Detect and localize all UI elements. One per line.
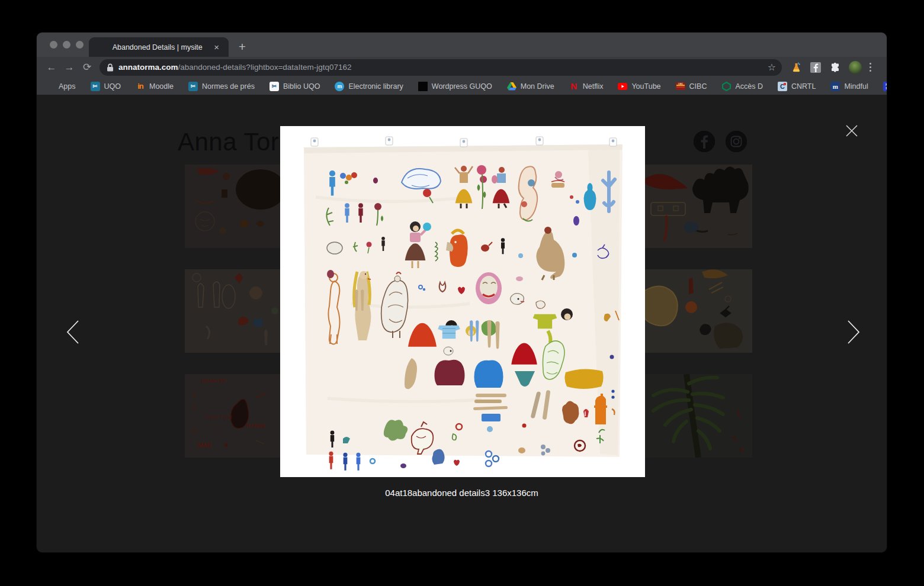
extensions-puzzle-icon[interactable]	[829, 62, 841, 73]
profile-avatar[interactable]	[849, 61, 862, 74]
uqo-icon: ✂	[188, 82, 198, 91]
facebook-icon	[694, 131, 715, 152]
bookmark-node[interactable]: NODE Node	[883, 82, 887, 91]
bookmark-apps[interactable]: Apps	[45, 82, 76, 91]
apps-grid-icon	[45, 82, 54, 91]
address-bar[interactable]: annatorma.com/abandoned-details?lightbox…	[100, 59, 782, 76]
bookmark-uqo[interactable]: ✂ UQO	[91, 82, 121, 91]
gallery-thumbnail[interactable]: DIAMETERRECTUMHANDSMAN	[185, 374, 280, 458]
close-window-button[interactable]	[50, 41, 57, 49]
back-icon[interactable]: ←	[43, 59, 60, 76]
svg-text:d: d	[740, 446, 744, 453]
cibc-icon: CIBC	[676, 82, 685, 91]
bookmark-cibc[interactable]: CIBC CIBC	[676, 82, 707, 91]
instagram-link[interactable]	[726, 131, 747, 152]
wordpress-icon	[418, 82, 428, 91]
gallery-thumbnail[interactable]	[185, 269, 280, 353]
new-tab-button[interactable]: +	[233, 38, 251, 56]
lightbox-close-icon[interactable]	[844, 123, 859, 139]
bookmark-cnrtl[interactable]: C CNRTL	[778, 82, 816, 91]
traffic-lights	[50, 41, 84, 49]
svg-text:HANDS: HANDS	[246, 423, 265, 429]
electronic-library-icon: m	[335, 82, 344, 91]
svg-text:RECTUM: RECTUM	[206, 414, 233, 420]
url-text: annatorma.com/abandoned-details?lightbox…	[118, 63, 352, 72]
browser-toolbar: ← → ⟳ annatorma.com/abandoned-details?li…	[37, 57, 887, 78]
screen: Abandoned Details | mysite × + ← → ⟳ ann…	[0, 0, 924, 586]
tab-strip: Abandoned Details | mysite × +	[37, 33, 887, 57]
node-icon: NODE	[883, 82, 887, 91]
mindful-icon: m	[830, 82, 840, 91]
gallery-thumbnail[interactable]	[645, 269, 752, 353]
bookmark-acces-d[interactable]: Accès D	[721, 82, 763, 91]
flask-extension-icon[interactable]	[790, 62, 802, 73]
lightbox-prev-icon[interactable]	[64, 318, 82, 346]
browser-window: Abandoned Details | mysite × + ← → ⟳ ann…	[37, 33, 887, 552]
bookmarks-bar: Apps ✂ UQO in Moodle ✂ Normes de prés ✂ …	[37, 78, 887, 95]
bookmark-electronic-library[interactable]: m Electronic library	[335, 82, 403, 91]
svg-text:DE: DE	[886, 86, 887, 90]
svg-text:CIBC: CIBC	[678, 83, 683, 85]
gallery-thumbnail[interactable]	[645, 165, 752, 248]
tab-close-icon[interactable]: ×	[210, 41, 223, 53]
tab-title: Abandoned Details | mysite	[104, 43, 210, 51]
facebook-extension-icon[interactable]	[810, 62, 822, 73]
minimize-window-button[interactable]	[63, 41, 70, 49]
acces-d-icon	[721, 82, 731, 91]
uqo-icon: ✂	[91, 82, 100, 91]
google-drive-icon	[507, 82, 516, 91]
lock-icon[interactable]	[107, 63, 114, 72]
bookmark-wordpress-guqo[interactable]: Wordpress GUQO	[418, 82, 492, 91]
bookmark-moodle[interactable]: in Moodle	[136, 82, 174, 91]
bookmark-netflix[interactable]: N Netflix	[569, 82, 604, 91]
url-path: /abandoned-details?lightbox=dataItem-jgt…	[178, 63, 352, 72]
gallery-thumbnail[interactable]: d	[645, 374, 752, 458]
bookmark-star-icon[interactable]: ☆	[768, 62, 776, 73]
biblio-uqo-icon: ✂	[270, 82, 279, 91]
reload-icon[interactable]: ⟳	[78, 59, 96, 76]
moodle-icon: in	[136, 82, 145, 91]
browser-menu-icon[interactable]	[870, 63, 871, 72]
youtube-icon	[618, 82, 627, 91]
bookmark-normes-de-pres[interactable]: ✂ Normes de prés	[188, 82, 255, 91]
lightbox-caption: 04at18abandoned details3 136x136cm	[37, 488, 887, 498]
extension-icons	[790, 61, 871, 74]
bookmark-youtube[interactable]: YouTube	[618, 82, 660, 91]
browser-tab[interactable]: Abandoned Details | mysite ×	[89, 37, 229, 57]
cnrtl-icon: C	[778, 82, 787, 91]
url-domain: annatorma.com	[118, 63, 178, 72]
lightbox-artwork-image[interactable]	[280, 126, 645, 477]
svg-text:DIAMETER: DIAMETER	[201, 378, 226, 384]
facebook-link[interactable]	[694, 131, 715, 152]
forward-icon[interactable]: →	[60, 59, 78, 76]
webpage-content: Anna Torma DIAMETERRECTUMHANDSMAN d	[37, 95, 887, 552]
bookmark-biblio-uqo[interactable]: ✂ Biblio UQO	[270, 82, 320, 91]
maximize-window-button[interactable]	[76, 41, 84, 49]
bookmark-mon-drive[interactable]: Mon Drive	[507, 82, 554, 91]
svg-text:MAN: MAN	[198, 442, 211, 449]
netflix-icon: N	[569, 82, 579, 91]
lightbox-next-icon[interactable]	[845, 318, 862, 346]
bookmark-mindful[interactable]: m Mindful	[830, 82, 868, 91]
instagram-icon	[726, 131, 747, 152]
gallery-thumbnail[interactable]	[185, 165, 280, 248]
